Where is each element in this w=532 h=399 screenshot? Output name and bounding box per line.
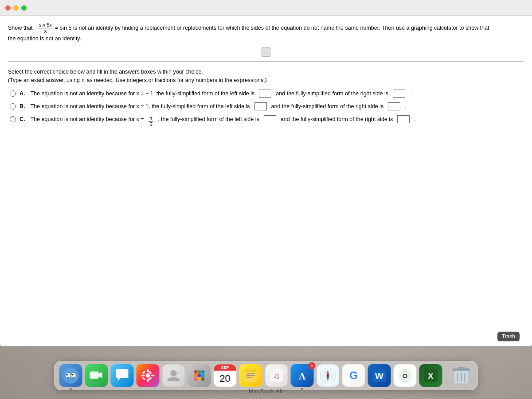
dock-item-word[interactable]: W [368, 364, 391, 387]
finder-icon [59, 364, 82, 387]
facetime-icon-svg [89, 368, 104, 383]
svg-point-0 [63, 368, 79, 383]
notes-icon-svg [243, 368, 259, 383]
choice-c-frac-den: 5 [149, 121, 153, 127]
dock-item-facetime[interactable] [85, 364, 108, 387]
choice-a-label: A. [20, 90, 25, 98]
svg-point-3 [66, 374, 68, 376]
svg-point-16 [171, 370, 177, 376]
svg-text:W: W [375, 371, 383, 381]
svg-rect-50 [458, 367, 465, 369]
choice-a-text: The equation is not an identity because … [31, 90, 255, 98]
answer-box-a-right[interactable] [393, 90, 405, 98]
music-icon-svg: ♫ [269, 368, 285, 383]
answer-box-b-left[interactable] [254, 102, 267, 110]
dock: SEP 20 ♫ A 1 [55, 361, 478, 390]
period-c: . [414, 115, 415, 124]
music-icon: ♫ [265, 364, 288, 387]
svg-point-17 [194, 370, 198, 374]
dock-item-photos[interactable] [137, 364, 160, 387]
choice-b-text: The equation is not an identity because … [31, 102, 250, 111]
contacts-icon-svg [166, 368, 182, 383]
choice-b-mid: and the fully-simplified form of the rig… [271, 102, 384, 111]
choice-b-row: B. The equation is not an identity becau… [10, 102, 524, 111]
word-icon: W [368, 364, 391, 387]
svg-text:X: X [428, 371, 434, 381]
dock-item-music[interactable]: ♫ [265, 364, 288, 387]
svg-rect-9 [147, 379, 149, 382]
fraction-denominator: x [43, 28, 48, 34]
answer-box-b-right[interactable] [388, 102, 400, 110]
trash-icon [450, 364, 473, 387]
instruction-line2: (Type an exact answer, using π as needed… [8, 76, 524, 85]
messages-icon-svg [114, 368, 130, 383]
dock-item-finder[interactable] [59, 364, 82, 387]
trash-tooltip: Trash [497, 332, 520, 341]
choice-a-row: A. The equation is not an identity becau… [10, 90, 524, 98]
safari-icon [317, 364, 340, 387]
dock-item-google[interactable]: G [342, 364, 365, 387]
maximize-button[interactable] [21, 5, 27, 11]
finder-icon-svg [63, 367, 79, 384]
instruction-line1: Select the correct choice below and fill… [8, 68, 524, 76]
svg-rect-27 [246, 373, 255, 374]
svg-rect-11 [151, 375, 155, 376]
window-content: Show that sin 5x x = sin 5 is not an ide… [0, 16, 532, 132]
dock-item-trash[interactable] [450, 364, 473, 387]
excel-icon-svg: X [423, 368, 439, 383]
svg-point-24 [198, 377, 201, 381]
dock-item-safari[interactable] [317, 364, 340, 387]
radio-b[interactable] [10, 103, 16, 110]
dock-item-launchpad[interactable] [188, 364, 211, 387]
dock-item-appstore[interactable]: A 1 [291, 364, 314, 387]
macbook-label: MacBook Air [249, 388, 283, 395]
choice-b-label: B. [20, 102, 25, 111]
dock-item-messages[interactable] [111, 364, 134, 387]
radio-c[interactable] [10, 116, 16, 122]
window-toolbar [0, 0, 532, 16]
svg-rect-10 [141, 375, 145, 376]
space [34, 25, 35, 31]
photos-icon [137, 364, 160, 387]
calendar-icon: SEP 20 [214, 364, 237, 387]
appstore-icon-svg: A [294, 368, 310, 383]
answer-box-c-left[interactable] [264, 115, 276, 123]
svg-point-19 [201, 370, 205, 374]
launchpad-icon-svg [192, 368, 207, 383]
choice-c-mid: , the fully-simplified form of the left … [158, 115, 259, 124]
excel-icon: X [419, 364, 442, 387]
svg-point-25 [201, 377, 205, 381]
minimize-button[interactable] [13, 5, 19, 11]
launchpad-icon [188, 364, 211, 387]
dock-item-notes[interactable] [239, 364, 262, 387]
dock-item-safari-o[interactable]: O [394, 364, 417, 387]
svg-point-38 [327, 375, 329, 376]
expand-button[interactable]: ··· [261, 47, 271, 57]
choice-c-label: C. [20, 115, 25, 124]
svg-rect-5 [90, 372, 99, 379]
radio-a[interactable] [10, 90, 16, 97]
choice-c-fraction: π 5 [149, 115, 154, 127]
safari-icon-svg [320, 367, 336, 384]
photos-icon-svg [140, 368, 156, 383]
close-button[interactable] [5, 5, 11, 11]
svg-text:♫: ♫ [273, 371, 280, 380]
dock-item-calendar[interactable]: SEP 20 [214, 364, 237, 387]
calendar-month: SEP [214, 364, 236, 371]
svg-point-20 [194, 374, 198, 377]
google-icon-svg: G [346, 368, 362, 383]
trash-icon-svg [451, 364, 472, 387]
period-a: . [410, 90, 411, 98]
answer-box-a-left[interactable] [259, 90, 271, 98]
dock-item-excel[interactable]: X [419, 364, 442, 387]
finder-dot [70, 388, 72, 390]
svg-point-23 [194, 377, 198, 381]
google-icon: G [342, 364, 365, 387]
svg-point-7 [146, 373, 150, 378]
app-window: Show that sin 5x x = sin 5 is not an ide… [0, 0, 532, 346]
appstore-badge: 1 [309, 362, 316, 369]
answer-box-c-right[interactable] [397, 115, 410, 123]
appstore-icon: A 1 [291, 364, 314, 387]
dock-item-contacts[interactable] [162, 364, 185, 387]
choices-container: A. The equation is not an identity becau… [8, 90, 524, 127]
